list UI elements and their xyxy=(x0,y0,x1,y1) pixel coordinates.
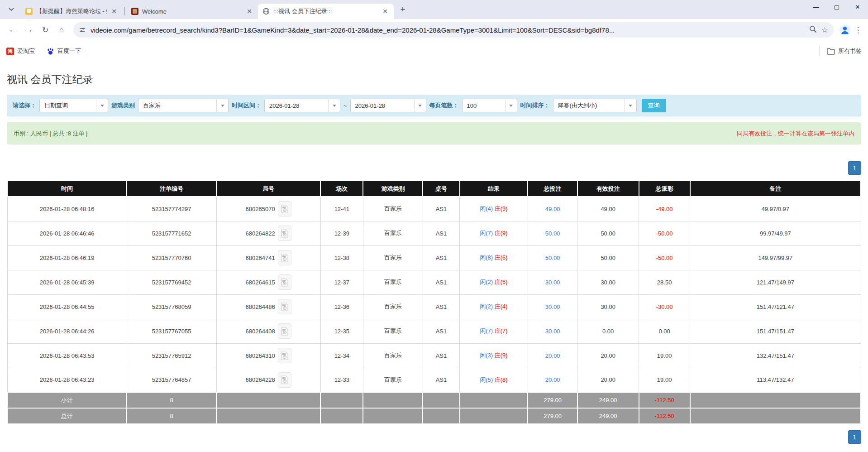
cell-time: 2026-01-28 06:43:23 xyxy=(7,368,127,392)
cell-total-bet[interactable]: 30.00 xyxy=(528,319,577,343)
browser-tab-forum[interactable]: 【新提醒】海燕策略论坛 - 综合 ✕ xyxy=(21,4,123,19)
all-bookmarks[interactable]: 所有书签 xyxy=(819,46,862,56)
video-replay-icon[interactable] xyxy=(278,372,291,388)
dropdown-arrow-icon xyxy=(505,99,517,112)
browser-tab-betrecord-active[interactable]: :::视讯 会员下注纪录::: ✕ xyxy=(258,4,394,19)
address-bar[interactable]: videoie.com/game/betrecord_search/kind3?… xyxy=(73,22,834,38)
home-button[interactable]: ⌂ xyxy=(54,23,69,37)
cell-payout: -50.00 xyxy=(639,245,690,270)
cell-valid-bet: 49.00 xyxy=(577,197,639,221)
column-header: 注单编号 xyxy=(127,181,216,197)
folder-icon xyxy=(827,48,835,55)
table-row: 2026-01-28 06:48:16 523157774297 6802650… xyxy=(7,197,861,221)
cell-total-bet[interactable]: 20.00 xyxy=(528,343,577,368)
column-header: 局号 xyxy=(216,181,320,197)
page-1-button[interactable]: 1 xyxy=(848,430,861,444)
cell-table-id: AS1 xyxy=(423,270,459,294)
summary-count: 8 xyxy=(127,408,216,424)
forum-favicon-icon xyxy=(25,8,33,15)
summary-row: 小计 8 279.00 249.00 -112.50 xyxy=(7,392,861,408)
video-replay-icon[interactable] xyxy=(278,226,291,241)
bookmark-label: 爱淘宝 xyxy=(17,47,35,55)
sort-select[interactable]: 降幂(由大到小) xyxy=(553,99,637,112)
cell-payout: 28.50 xyxy=(639,270,690,294)
cell-total-bet[interactable]: 50.00 xyxy=(528,245,577,270)
query-type-select[interactable]: 日期查询 xyxy=(39,99,108,112)
refresh-button[interactable]: ↻ xyxy=(38,23,52,37)
profile-avatar[interactable] xyxy=(839,24,851,36)
baidu-paw-icon xyxy=(47,48,54,55)
new-tab-button[interactable]: + xyxy=(396,4,409,16)
dropdown-arrow-icon xyxy=(328,99,340,112)
cell-time: 2026-01-28 06:43:53 xyxy=(7,343,127,368)
cell-payout: -30.00 xyxy=(639,294,690,319)
result-player: 闲(7) xyxy=(480,327,493,334)
result-player: 闲(3) xyxy=(480,352,493,359)
cell-bet-id: 523157769452 xyxy=(127,270,216,294)
cell-total-bet[interactable]: 30.00 xyxy=(528,270,577,294)
cell-valid-bet: 20.00 xyxy=(577,343,639,368)
minimize-button[interactable]: — xyxy=(806,0,826,14)
bookmark-taobao[interactable]: 淘 爱淘宝 xyxy=(6,47,35,55)
bookmark-star-icon[interactable]: ☆ xyxy=(821,25,828,35)
back-button[interactable]: ← xyxy=(5,23,20,37)
page-1-button[interactable]: 1 xyxy=(848,161,861,175)
maximize-button[interactable]: ▢ xyxy=(826,0,847,14)
close-window-button[interactable]: ✕ xyxy=(847,0,868,14)
query-button[interactable]: 查询 xyxy=(642,99,666,112)
forward-button[interactable]: → xyxy=(22,23,36,37)
tab-close-icon[interactable]: ✕ xyxy=(245,7,253,15)
video-replay-icon[interactable] xyxy=(278,201,291,216)
window-controls: — ▢ ✕ xyxy=(806,0,868,14)
tab-title: 【新提醒】海燕策略论坛 - 综合 xyxy=(36,7,107,15)
site-settings-icon[interactable] xyxy=(79,26,86,34)
tab-close-icon[interactable]: ✕ xyxy=(381,7,389,15)
page-size-select[interactable]: 100 xyxy=(462,99,517,112)
zoom-page-icon[interactable] xyxy=(809,25,817,35)
url-text[interactable]: videoie.com/game/betrecord_search/kind3?… xyxy=(91,26,806,34)
video-replay-icon[interactable] xyxy=(278,323,291,339)
date-start-select[interactable]: 2026-01-28 xyxy=(264,99,340,112)
cell-game-type: 百家乐 xyxy=(363,294,423,319)
cell-round-id: 680264822 xyxy=(216,221,320,245)
cell-valid-bet: 20.00 xyxy=(577,368,639,392)
video-replay-icon[interactable] xyxy=(278,250,291,265)
browser-menu-icon[interactable]: ⋮ xyxy=(853,25,863,35)
cell-total-bet[interactable]: 49.00 xyxy=(528,197,577,221)
game-category-select[interactable]: 百家乐 xyxy=(138,99,229,112)
page-content: 视讯 会员下注纪录 请选择： 日期查询 游戏类别 百家乐 时间区间： 2026-… xyxy=(0,72,868,444)
summary-payout: -112.50 xyxy=(639,408,690,424)
video-replay-icon[interactable] xyxy=(278,348,291,363)
cell-payout: 19.00 xyxy=(639,343,690,368)
browser-tab-strip: 【新提醒】海燕策略论坛 - 综合 ✕ Welcome ✕ :::视讯 会员下注纪… xyxy=(0,0,868,19)
video-replay-icon[interactable] xyxy=(278,274,291,290)
cell-total-bet[interactable]: 50.00 xyxy=(528,221,577,245)
cell-note: 149.97/99.97 xyxy=(690,245,861,270)
bookmark-baidu[interactable]: 百度一下 xyxy=(47,47,81,55)
cell-payout: 0.00 xyxy=(639,319,690,343)
video-replay-icon[interactable] xyxy=(278,299,291,314)
cell-time: 2026-01-28 06:44:26 xyxy=(7,319,127,343)
cell-round-id: 680264310 xyxy=(216,343,320,368)
table-header-row: 时间注单编号局号场次游戏类别桌号结果总投注有效投注总派彩备注 xyxy=(7,181,861,197)
browser-tab-welcome[interactable]: Welcome ✕ xyxy=(127,4,258,19)
table-row: 2026-01-28 06:45:39 523157769452 6802646… xyxy=(7,270,861,294)
tab-title: Welcome xyxy=(142,8,243,15)
summary-valid-bet: 249.00 xyxy=(577,392,639,408)
tab-search-button[interactable] xyxy=(5,3,18,16)
result-banker: 庄(4) xyxy=(495,303,508,310)
result-banker: 庄(9) xyxy=(495,205,508,212)
cell-bet-id: 523157765912 xyxy=(127,343,216,368)
summary-label: 小计 xyxy=(7,392,127,408)
cell-total-bet[interactable]: 20.00 xyxy=(528,368,577,392)
cell-table-id: AS1 xyxy=(423,343,459,368)
cell-session: 12-38 xyxy=(320,245,363,270)
tab-close-icon[interactable]: ✕ xyxy=(110,7,118,15)
cell-round-id: 680264408 xyxy=(216,319,320,343)
cell-payout: -50.00 xyxy=(639,221,690,245)
cell-total-bet[interactable]: 30.00 xyxy=(528,294,577,319)
date-end-select[interactable]: 2026-01-28 xyxy=(350,99,426,112)
column-header: 结果 xyxy=(460,181,528,197)
cell-round-id: 680264615 xyxy=(216,270,320,294)
bookmarks-bar: 淘 爱淘宝 百度一下 所有书签 xyxy=(0,41,868,62)
